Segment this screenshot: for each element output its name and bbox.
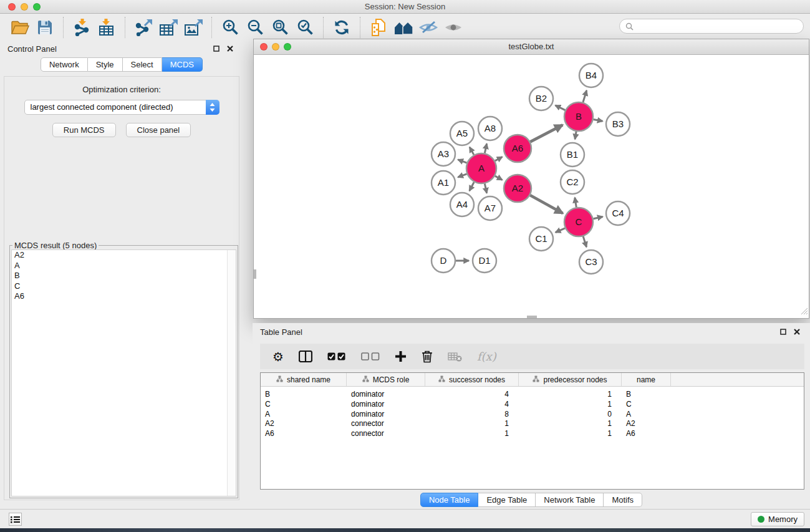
graph-node-B1[interactable]: B1 [561, 143, 584, 167]
graph-node-B4[interactable]: B4 [579, 64, 603, 87]
column-selector-icon[interactable] [299, 351, 312, 362]
close-table-panel-icon[interactable] [791, 326, 803, 337]
result-item-c[interactable]: C [12, 281, 236, 292]
select-all-columns-icon[interactable] [327, 352, 346, 360]
zoom-window-button[interactable] [33, 3, 41, 11]
import-network-icon[interactable] [69, 16, 94, 39]
graph-edge-A6-B[interactable] [530, 125, 562, 142]
graph-node-A[interactable]: A [466, 153, 496, 183]
result-item-a[interactable]: A [12, 261, 236, 271]
table-row-b[interactable]: Bdominator41B [261, 390, 804, 400]
open-session-icon[interactable] [7, 16, 32, 39]
tab-edge-table[interactable]: Edge Table [478, 493, 536, 507]
tab-select[interactable]: Select [123, 57, 162, 72]
graph-node-D1[interactable]: D1 [473, 249, 496, 273]
graph-node-B3[interactable]: B3 [606, 112, 630, 136]
tab-mcds[interactable]: MCDS [162, 57, 203, 72]
graph-edge-A2-C[interactable] [530, 195, 562, 213]
graph-edge-A-A5[interactable] [470, 147, 474, 155]
graph-edge-A-A7[interactable] [485, 183, 486, 193]
delete-column-icon[interactable] [422, 350, 433, 363]
graph-edge-C-C3[interactable] [583, 236, 586, 247]
graph-edge-B-B1[interactable] [575, 132, 576, 140]
column-header-shared-name[interactable]: shared name [261, 373, 347, 386]
deselect-all-columns-icon[interactable] [361, 352, 380, 360]
task-history-button[interactable] [9, 513, 22, 526]
column-header-mcds-role[interactable]: MCDS role [347, 373, 425, 386]
graph-edge-A-A4[interactable] [470, 182, 474, 191]
graph-edge-C-C1[interactable] [556, 228, 565, 233]
memory-button[interactable]: Memory [751, 512, 804, 526]
graph-node-C[interactable]: C [564, 208, 593, 236]
tab-network[interactable]: Network [41, 57, 88, 72]
mcds-result-list[interactable]: A2ABCA6 [11, 249, 236, 496]
graph-node-A4[interactable]: A4 [450, 193, 474, 216]
graph-node-A2[interactable]: A2 [504, 175, 531, 202]
table-row-a2[interactable]: A2connector11A2 [261, 419, 804, 429]
tab-node-table[interactable]: Node Table [420, 493, 479, 507]
tab-motifs[interactable]: Motifs [604, 493, 642, 507]
graph-node-A8[interactable]: A8 [478, 117, 502, 140]
zoom-in-icon[interactable] [218, 16, 243, 39]
graph-edge-A-A6[interactable] [495, 157, 503, 161]
column-header-predecessor-nodes[interactable]: predecessor nodes [519, 373, 622, 386]
first-neighbors-icon[interactable] [391, 16, 416, 39]
result-item-a2[interactable]: A2 [12, 250, 236, 261]
hide-selected-icon[interactable] [416, 16, 441, 39]
result-item-a6[interactable]: A6 [12, 291, 236, 302]
graph-node-C1[interactable]: C1 [529, 227, 553, 251]
network-minimize-button[interactable] [272, 43, 279, 51]
search-field[interactable] [619, 19, 804, 34]
graph-edge-A-A3[interactable] [458, 160, 466, 163]
close-panel-button[interactable]: Close panel [126, 123, 191, 137]
graph-node-A6[interactable]: A6 [504, 135, 531, 162]
close-window-button[interactable] [8, 3, 16, 11]
graph-node-A5[interactable]: A5 [450, 122, 474, 145]
settings-icon[interactable]: ⚙ [272, 351, 284, 363]
function-builder-icon[interactable]: f(x) [477, 350, 496, 363]
graph-node-A7[interactable]: A7 [478, 196, 502, 220]
graph-edge-B-B2[interactable] [556, 105, 566, 110]
delete-table-icon[interactable] [448, 352, 462, 362]
graph-edge-B-B4[interactable] [583, 90, 587, 102]
save-session-icon[interactable] [32, 16, 57, 39]
export-image-icon[interactable] [181, 16, 206, 39]
float-panel-icon[interactable] [211, 43, 222, 54]
export-network-icon[interactable] [131, 16, 156, 39]
graph-node-D[interactable]: D [432, 249, 455, 273]
table-row-c[interactable]: Cdominator41C [261, 400, 804, 410]
column-header-name[interactable]: name [622, 373, 671, 386]
graph-edge-C-C2[interactable] [575, 198, 576, 208]
graph-node-A1[interactable]: A1 [432, 171, 455, 195]
network-canvas[interactable]: AA1A2A3A4A5A6A7A8BB1B2B3B4CC1C2C3C4DD1 [254, 56, 809, 318]
show-all-icon[interactable] [441, 16, 466, 39]
graph-edge-B-B3[interactable] [594, 119, 603, 121]
result-item-b[interactable]: B [12, 271, 236, 281]
zoom-out-icon[interactable] [243, 16, 268, 39]
minimize-window-button[interactable] [21, 3, 28, 11]
graph-edge-A-A2[interactable] [495, 176, 503, 180]
horizontal-scroll-thumb[interactable] [527, 316, 537, 318]
column-header-successor-nodes[interactable]: successor nodes [425, 373, 519, 386]
criterion-dropdown[interactable]: largest connected component (directed) [24, 100, 219, 115]
graph-edge-C-C4[interactable] [593, 216, 602, 218]
refresh-icon[interactable] [329, 16, 354, 39]
network-zoom-button[interactable] [284, 43, 291, 51]
export-table-icon[interactable] [156, 16, 181, 39]
graph-node-C3[interactable]: C3 [579, 250, 603, 274]
graph-node-C4[interactable]: C4 [606, 201, 630, 225]
resize-grip[interactable] [800, 306, 808, 317]
tab-style[interactable]: Style [88, 57, 123, 72]
graph-node-B2[interactable]: B2 [529, 87, 553, 110]
zoom-fit-icon[interactable] [268, 16, 292, 39]
graph-edge-A-A8[interactable] [485, 143, 486, 153]
zoom-selected-icon[interactable] [292, 16, 317, 39]
graph-node-A3[interactable]: A3 [432, 142, 455, 166]
float-table-panel-icon[interactable] [778, 326, 789, 337]
network-close-button[interactable] [260, 43, 268, 51]
graph-edge-A-A1[interactable] [458, 174, 466, 177]
graph-node-B[interactable]: B [564, 102, 593, 131]
table-row-a6[interactable]: A6connector11A6 [261, 429, 804, 439]
list-scrollbar[interactable] [227, 250, 236, 496]
run-mcds-button[interactable]: Run MCDS [52, 123, 116, 137]
